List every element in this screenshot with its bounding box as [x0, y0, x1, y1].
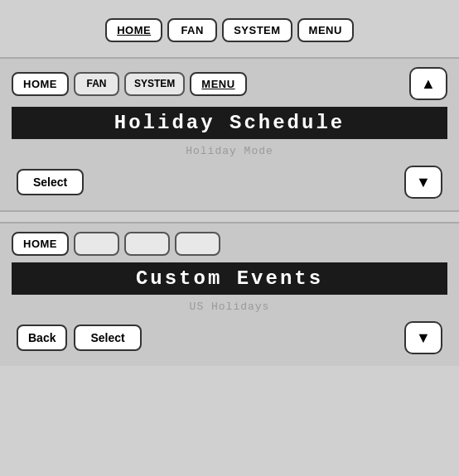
panel3-action-left: Back Select	[17, 325, 142, 351]
panel3-subtitle-container: US Holidays	[12, 298, 447, 313]
panel3-title-bar: Custom Events	[12, 262, 447, 295]
top-fan-button[interactable]: FAN	[167, 18, 217, 42]
panel3-down-arrow-button[interactable]: ▼	[404, 321, 442, 354]
panel3-tab4-button[interactable]	[175, 232, 220, 256]
panel2-fan-button[interactable]: FAN	[74, 72, 119, 96]
panel3-tab2-button[interactable]	[74, 232, 119, 256]
panel3-nav-row: HOME	[12, 232, 447, 256]
panel2-home-button[interactable]: HOME	[12, 72, 69, 96]
panel3-tab3-button[interactable]	[124, 232, 170, 256]
top-home-button[interactable]: HOME	[105, 18, 162, 42]
panel2-down-arrow-icon: ▼	[416, 174, 431, 191]
panel3-down-arrow-icon: ▼	[416, 329, 431, 347]
panel2-system-button[interactable]: SYSTEM	[124, 72, 185, 96]
panel2-up-arrow-icon: ▲	[421, 75, 436, 93]
panel2-subtitle: Holiday Mode	[186, 145, 273, 157]
panel2-action-row: Select ▼	[0, 157, 459, 199]
panel2-select-button[interactable]: Select	[17, 169, 84, 195]
top-system-button[interactable]: SYSTEM	[222, 18, 292, 42]
panel-custom-events: HOME Custom Events US Holidays Back Sele…	[0, 222, 459, 366]
panel2-title-bar: Holiday Schedule	[12, 107, 447, 139]
panel3-home-button[interactable]: HOME	[12, 232, 69, 256]
panel3-select-button[interactable]: Select	[74, 325, 141, 351]
panel2-title: Holiday Schedule	[114, 112, 345, 134]
panel2-nav-row: HOME FAN SYSTEM MENU	[12, 72, 404, 96]
panel3-back-button[interactable]: Back	[17, 325, 67, 351]
top-nav-row: HOME FAN SYSTEM MENU	[105, 18, 354, 42]
panel2-up-arrow-button[interactable]: ▲	[409, 67, 447, 100]
panel3-title: Custom Events	[136, 267, 323, 290]
panel2-subtitle-container: Holiday Mode	[12, 142, 447, 157]
panel-top: HOME FAN SYSTEM MENU	[0, 8, 459, 57]
panel3-action-row: Back Select ▼	[0, 313, 459, 354]
panel2-down-arrow-button[interactable]: ▼	[404, 166, 442, 199]
top-menu-button[interactable]: MENU	[297, 18, 354, 42]
panel-holiday-schedule: HOME FAN SYSTEM MENU ▲ Holiday Schedule …	[0, 57, 459, 212]
panel3-subtitle: US Holidays	[190, 301, 270, 313]
panel2-menu-button[interactable]: MENU	[190, 72, 246, 96]
